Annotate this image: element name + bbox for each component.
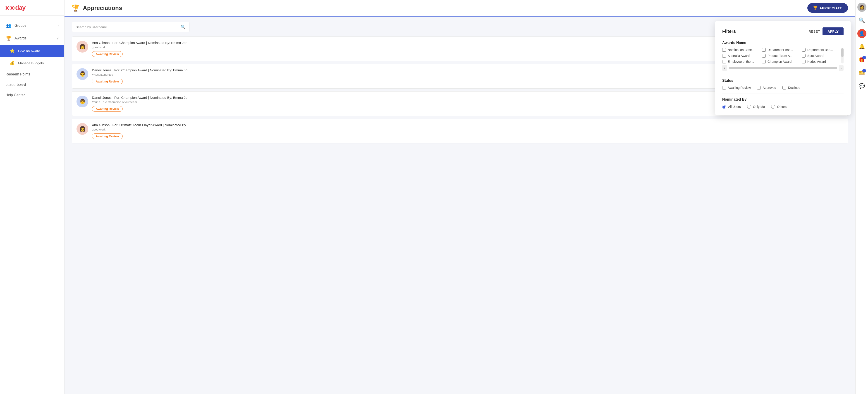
nominated-radio-all-users[interactable] <box>722 105 726 109</box>
award-label-champion-award[interactable]: Champion Award <box>768 60 792 63</box>
reset-button[interactable]: RESET <box>808 29 820 33</box>
award-label-australia-award[interactable]: Australia Award <box>728 54 750 58</box>
award-avatar: 👨 <box>76 68 88 80</box>
status-check-declined: Declined <box>782 86 800 89</box>
give-award-icon: ⭐ <box>9 48 16 54</box>
apply-button[interactable]: APPLY <box>823 27 843 35</box>
sidebar-item-give-award[interactable]: ⭐ Give an Award <box>0 45 64 57</box>
award-checkbox-employee-of-the[interactable] <box>722 60 726 63</box>
award-status-badge: Awaiting Review <box>92 51 123 57</box>
nominated-option-others[interactable]: Others <box>771 105 786 109</box>
appreciations-header-icon: 🏆 <box>72 4 80 12</box>
filter-panel-title: Filters <box>722 29 736 34</box>
nominated-option-all-users[interactable]: All Users <box>722 105 741 109</box>
sidebar-label-help-center: Help Center <box>5 93 25 97</box>
award-avatar: 👩 <box>76 123 88 135</box>
sidebar-label-redeem-points: Redeem Points <box>5 72 30 76</box>
award-label-product-team-a[interactable]: Product Team A... <box>768 54 793 58</box>
sidebar-item-leaderboard[interactable]: Leaderboard <box>0 80 64 90</box>
award-status-badge: Awaiting Review <box>92 106 123 112</box>
award-label-nomination-base[interactable]: Nomination Base... <box>728 48 754 52</box>
award-label-spot-award[interactable]: Spot Award <box>807 54 824 58</box>
awards-icon: 🏆 <box>5 35 12 41</box>
user-sidebar-icon[interactable]: 👤 <box>857 29 866 38</box>
chevron-down-icon: ∨ <box>57 36 59 40</box>
scrollbar-thumb[interactable] <box>841 48 843 57</box>
sidebar-item-manage-budgets[interactable]: 💰 Manage Budgets <box>0 57 64 69</box>
award-checkbox-nomination-base[interactable] <box>722 48 726 52</box>
chat-sidebar-icon[interactable]: 💬 <box>857 82 866 91</box>
bell-sidebar-icon[interactable]: 🔔 <box>857 42 866 51</box>
award-check-item: Department Bas... <box>762 48 800 52</box>
sidebar-item-groups[interactable]: 👥 Groups › <box>0 19 64 32</box>
status-label-declined[interactable]: Declined <box>788 86 800 89</box>
manage-budgets-icon: 💰 <box>9 60 16 66</box>
scroll-horiz-track: ‹ › <box>722 65 843 71</box>
award-status-badge: Awaiting Review <box>92 134 123 139</box>
sidebar: x✦x✦day 👥 Groups › 🏆 Awards ∨ ⭐ Give an … <box>0 0 64 394</box>
header: 🏆 Appreciations 🏆 APPRECIATE <box>64 0 855 17</box>
status-label-awaiting-review[interactable]: Awaiting Review <box>728 86 751 89</box>
award-check-item: Kudos Award <box>802 60 840 63</box>
award-label-kudos-award[interactable]: Kudos Award <box>807 60 826 63</box>
nominated-option-only-me[interactable]: Only Me <box>747 105 765 109</box>
ticket-sidebar-icon[interactable]: 🎫 1 <box>857 68 866 78</box>
page-title: Appreciations <box>83 4 122 11</box>
award-check-item: Champion Award <box>762 60 800 63</box>
award-check-item: Employee of the ... <box>722 60 760 63</box>
avatar[interactable]: 👩 <box>857 3 866 12</box>
nominated-radio-only-me[interactable] <box>747 105 751 109</box>
sidebar-item-redeem-points[interactable]: Redeem Points <box>0 69 64 80</box>
award-content: Ana Gibson | For: Ultimate Team Player A… <box>92 123 843 139</box>
nominated-label-only-me[interactable]: Only Me <box>753 105 765 109</box>
gift-sidebar-icon[interactable]: 🎁 1 <box>857 55 866 64</box>
nominated-options: All Users Only Me Others <box>722 105 843 109</box>
nominated-by-section: Nominated By All Users Only Me Others <box>722 97 843 109</box>
scroll-bar-horizontal[interactable] <box>729 67 837 69</box>
search-sidebar-icon[interactable]: 🔍 <box>857 16 866 25</box>
award-checkbox-dept-bas-1[interactable] <box>762 48 766 52</box>
award-status-badge: Awaiting Review <box>92 79 123 84</box>
search-icon: 🔍 <box>181 25 186 29</box>
logo-text: x✦x✦day <box>5 4 25 11</box>
scrollbar-track <box>841 48 843 63</box>
search-input[interactable] <box>75 25 178 29</box>
status-section: Status Awaiting Review Approved Declined <box>722 79 843 89</box>
filter-actions: RESET APPLY <box>808 27 843 35</box>
sidebar-label-awards: Awards <box>14 36 27 40</box>
groups-icon: 👥 <box>5 22 12 29</box>
sidebar-item-help-center[interactable]: Help Center <box>0 90 64 101</box>
filter-panel: Filters RESET APPLY Awards Name Nominati… <box>715 21 851 115</box>
status-options: Awaiting Review Approved Declined <box>722 86 843 89</box>
award-check-item: Department Bas... <box>802 48 840 52</box>
status-checkbox-awaiting-review[interactable] <box>722 86 726 89</box>
awards-name-title: Awards Name <box>722 41 843 45</box>
trophy-icon: 🏆 <box>813 6 818 10</box>
scroll-left-arrow[interactable]: ‹ <box>722 65 727 71</box>
award-label-dept-bas-2[interactable]: Department Bas... <box>807 48 833 52</box>
status-checkbox-approved[interactable] <box>757 86 761 89</box>
award-item: 👩 Ana Gibson | For: Ultimate Team Player… <box>72 119 848 143</box>
nominated-label-all-users[interactable]: All Users <box>728 105 741 109</box>
award-label-employee-of-the[interactable]: Employee of the ... <box>728 60 754 63</box>
status-checkbox-declined[interactable] <box>782 86 786 89</box>
nominated-by-title: Nominated By <box>722 97 843 102</box>
chevron-right-icon: › <box>58 24 59 27</box>
awards-name-section: Awards Name Nomination Base... Departmen… <box>722 41 843 71</box>
search-box[interactable]: 🔍 <box>72 22 189 32</box>
nominated-label-others[interactable]: Others <box>777 105 786 109</box>
award-checkbox-dept-bas-2[interactable] <box>802 48 806 52</box>
award-label-dept-bas-1[interactable]: Department Bas... <box>768 48 793 52</box>
sidebar-label-give-award: Give an Award <box>18 49 40 53</box>
award-checkbox-australia-award[interactable] <box>722 54 726 58</box>
award-checkbox-champion-award[interactable] <box>762 60 766 63</box>
sidebar-navigation: 👥 Groups › 🏆 Awards ∨ ⭐ Give an Award 💰 … <box>0 16 64 394</box>
appreciate-button[interactable]: 🏆 APPRECIATE <box>807 3 848 13</box>
award-checkbox-kudos-award[interactable] <box>802 60 806 63</box>
scroll-right-arrow[interactable]: › <box>839 65 843 71</box>
award-checkbox-product-team-a[interactable] <box>762 54 766 58</box>
status-label-approved[interactable]: Approved <box>763 86 776 89</box>
award-checkbox-spot-award[interactable] <box>802 54 806 58</box>
sidebar-item-awards[interactable]: 🏆 Awards ∨ <box>0 32 64 45</box>
nominated-radio-others[interactable] <box>771 105 775 109</box>
